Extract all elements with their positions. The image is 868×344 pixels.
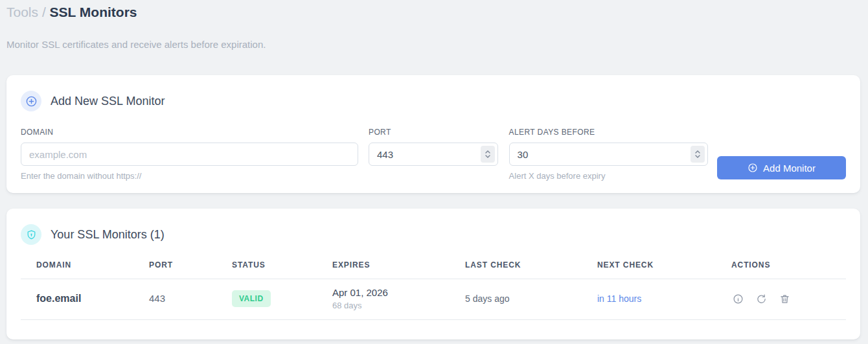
port-stepper[interactable]	[481, 146, 495, 163]
monitors-table: DOMAIN PORT STATUS EXPIRES LAST CHECK NE…	[21, 260, 846, 320]
port-input[interactable]	[369, 143, 498, 166]
trash-icon[interactable]	[778, 292, 792, 306]
monitor-expires-in: 68 days	[332, 301, 465, 310]
monitor-port: 443	[149, 293, 165, 304]
breadcrumb: Tools / SSL Monitors	[6, 4, 860, 21]
domain-input[interactable]	[21, 143, 358, 166]
alert-days-field-group: ALERT DAYS BEFORE Alert X days before ex…	[509, 128, 708, 181]
alert-days-input[interactable]	[509, 143, 708, 166]
table-header-row: DOMAIN PORT STATUS EXPIRES LAST CHECK NE…	[21, 260, 846, 279]
info-icon[interactable]	[731, 292, 745, 306]
monitor-last-check: 5 days ago	[465, 293, 510, 304]
breadcrumb-separator: /	[42, 5, 46, 19]
column-header-domain: DOMAIN	[21, 260, 149, 279]
plus-circle-icon	[748, 163, 758, 173]
column-header-port: PORT	[149, 260, 232, 279]
add-monitor-title: Add New SSL Monitor	[51, 95, 165, 108]
domain-label: DOMAIN	[21, 128, 358, 137]
status-badge: VALID	[232, 290, 271, 307]
column-header-actions: ACTIONS	[731, 260, 846, 279]
refresh-icon[interactable]	[755, 292, 768, 306]
alert-days-stepper[interactable]	[691, 146, 705, 163]
monitor-expires-date: Apr 01, 2026	[332, 287, 465, 298]
monitors-header: Your SSL Monitors (1)	[21, 224, 846, 245]
add-monitor-form: DOMAIN Enter the domain without https://…	[21, 128, 846, 181]
column-header-last-check: LAST CHECK	[465, 260, 597, 279]
monitor-domain: foe.email	[36, 293, 81, 304]
add-monitor-button[interactable]: Add Monitor	[717, 156, 846, 179]
submit-area: Add Monitor	[717, 156, 846, 179]
domain-helper: Enter the domain without https://	[21, 171, 358, 181]
add-monitor-button-label: Add Monitor	[763, 163, 816, 174]
page-subtitle: Monitor SSL certificates and receive ale…	[6, 39, 860, 50]
monitors-title: Your SSL Monitors (1)	[51, 228, 165, 242]
breadcrumb-section[interactable]: Tools	[6, 5, 38, 19]
port-field-group: PORT	[369, 128, 498, 166]
add-monitor-header: Add New SSL Monitor	[21, 91, 846, 111]
plus-circle-icon	[21, 91, 41, 111]
monitor-next-check: in 11 hours	[597, 293, 641, 304]
ssl-monitors-page: Tools / SSL Monitors Monitor SSL certifi…	[0, 0, 868, 344]
port-label: PORT	[369, 128, 498, 137]
shield-icon	[21, 224, 41, 245]
page-title: SSL Monitors	[50, 5, 137, 19]
add-monitor-card: Add New SSL Monitor DOMAIN Enter the dom…	[6, 75, 860, 193]
domain-field-group: DOMAIN Enter the domain without https://	[21, 128, 358, 181]
column-header-next-check: NEXT CHECK	[597, 260, 731, 279]
column-header-status: STATUS	[232, 260, 332, 279]
column-header-expires: EXPIRES	[332, 260, 465, 279]
table-row: foe.email 443 VALID Apr 01, 2026 68 days…	[21, 279, 846, 320]
monitors-card: Your SSL Monitors (1) DOMAIN PORT STATUS…	[6, 209, 860, 339]
alert-days-label: ALERT DAYS BEFORE	[509, 128, 708, 137]
row-actions	[731, 292, 846, 306]
alert-days-helper: Alert X days before expiry	[509, 171, 708, 181]
